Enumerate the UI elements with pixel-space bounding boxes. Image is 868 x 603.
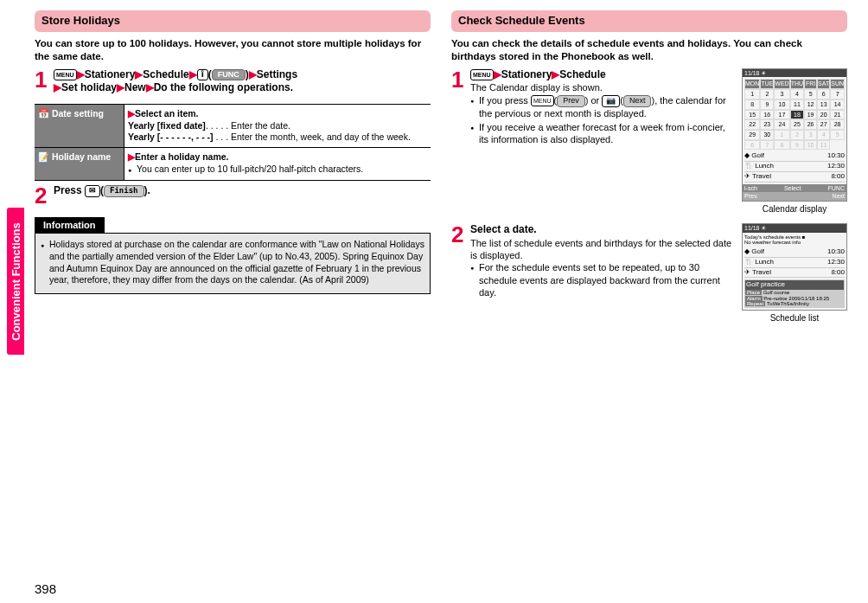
holiday-name-label: 📝 Holiday name: [35, 147, 124, 180]
arrow-icon: ▶: [494, 68, 501, 80]
right-column: Check Schedule Events You can check the …: [451, 10, 847, 564]
arrow-icon: ▶: [128, 151, 135, 162]
step-1: 1 MENU▶Stationery▶Schedule▶i̊(FUNC)▶Sett…: [35, 68, 431, 95]
menu-icon: MENU: [470, 69, 494, 80]
step-2-body: Select a date. The list of schedule even…: [470, 223, 735, 300]
side-tab-label: Convenient Functions: [10, 222, 22, 341]
left-column: Store Holidays You can store up to 100 h…: [35, 10, 431, 564]
intro-text: You can check the details of schedule ev…: [451, 37, 847, 63]
schedule-list-screenshot: 11/18 ☀ Today's schedule events ■ No wea…: [742, 223, 847, 311]
arrow-icon: ▶: [189, 68, 197, 80]
arrow-icon: ▶: [146, 81, 154, 93]
step-number: 1: [451, 68, 467, 148]
arrow-icon: ▶: [249, 68, 257, 80]
arrow-icon: ▶: [552, 68, 559, 80]
calendar-screenshot-wrapper: 11/18 ☀ MONTUEWEDTHUFRISATSUN12345678910…: [742, 68, 847, 215]
arrow-icon: ▶: [117, 81, 124, 93]
camera-icon: 📷: [602, 95, 620, 107]
step-1-body: MENU▶Stationery▶Schedule▶i̊(FUNC)▶Settin…: [54, 68, 431, 95]
holiday-name-value: ▶Enter a holiday name. You can enter up …: [124, 147, 431, 180]
step-1-body: MENU▶Stationery▶Schedule The Calendar di…: [470, 68, 735, 148]
step-number: 2: [451, 223, 467, 300]
menu-icon: MENU: [531, 95, 554, 106]
date-setting-label: 📅 Date setting: [35, 104, 124, 147]
step-number: 2: [35, 184, 50, 207]
step-2: 2 Select a date. The list of schedule ev…: [451, 223, 735, 300]
menu-icon: MENU: [54, 69, 77, 80]
bullet: If you receive a weather forecast for a …: [470, 121, 735, 146]
date-setting-value: ▶Select an item. Yearly [fixed date]. . …: [124, 104, 431, 147]
arrow-icon: ▶: [54, 81, 61, 93]
prev-button-icon: Prev: [557, 95, 585, 107]
calendar-caption: Calendar display: [742, 203, 847, 215]
arrow-icon: ▶: [135, 68, 143, 80]
page-number: 398: [35, 581, 56, 596]
side-tab: Convenient Functions: [7, 208, 24, 355]
next-button-icon: Next: [623, 95, 652, 107]
information-header: Information: [35, 217, 105, 233]
step-2: 2 Press ✉(Finish).: [35, 184, 431, 207]
schedule-list-screenshot-wrapper: 11/18 ☀ Today's schedule events ■ No wea…: [742, 223, 847, 324]
calendar-screenshot: 11/18 ☀ MONTUEWEDTHUFRISATSUN12345678910…: [742, 68, 847, 202]
step-number: 1: [35, 68, 50, 95]
information-body: Holidays stored at purchase on the calen…: [35, 233, 431, 294]
bullet: If you press MENU(Prev) or 📷(Next), the …: [470, 94, 735, 119]
section-header-store-holidays: Store Holidays: [35, 10, 431, 32]
func-button-icon: FUNC: [212, 69, 246, 81]
mail-icon: ✉: [85, 185, 100, 197]
information-block: Information Holidays stored at purchase …: [35, 217, 431, 294]
settings-table: 📅 Date setting ▶Select an item. Yearly […: [35, 104, 431, 181]
schedule-list-caption: Schedule list: [742, 312, 847, 324]
arrow-icon: ▶: [128, 108, 135, 119]
arrow-icon: ▶: [77, 68, 85, 80]
section-header-check-schedule: Check Schedule Events: [451, 10, 847, 32]
step-1: 1 MENU▶Stationery▶Schedule The Calendar …: [451, 68, 735, 148]
ir-icon: i̊: [197, 69, 208, 81]
intro-text: You can store up to 100 holidays. Howeve…: [35, 37, 431, 63]
step-2-body: Press ✉(Finish).: [54, 184, 431, 207]
finish-button-icon: Finish: [104, 185, 144, 197]
